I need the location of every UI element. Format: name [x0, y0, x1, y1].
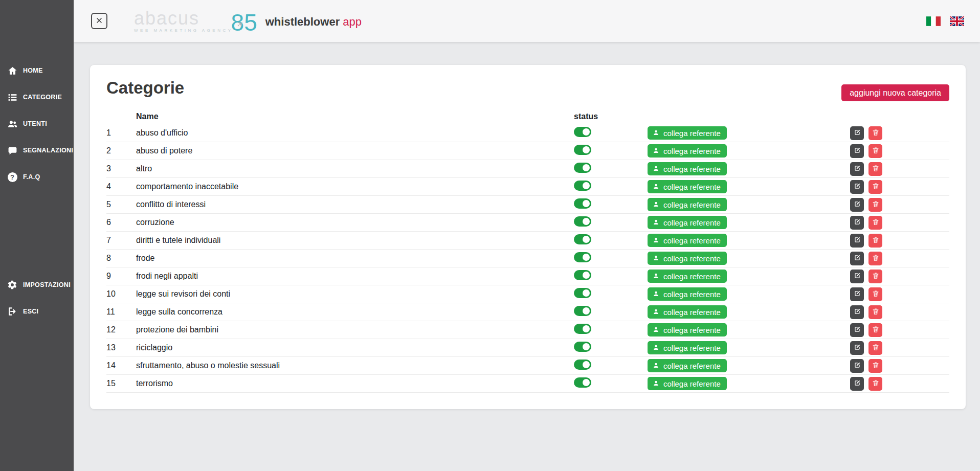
collega-referente-button[interactable]: collega referente [648, 234, 727, 247]
close-sidebar-button[interactable] [91, 13, 107, 29]
status-toggle[interactable] [574, 377, 591, 388]
collega-referente-button[interactable]: collega referente [648, 377, 727, 390]
row-name: protezione dei bambini [136, 325, 574, 334]
sidebar-item-faq[interactable]: ? F.A.Q [0, 164, 74, 190]
collega-referente-button[interactable]: collega referente [648, 323, 727, 337]
collega-referente-button[interactable]: collega referente [648, 359, 727, 372]
delete-button[interactable] [868, 216, 882, 230]
status-toggle[interactable] [574, 360, 591, 370]
collega-referente-button[interactable]: collega referente [648, 180, 727, 193]
status-toggle[interactable] [574, 252, 591, 262]
edit-button[interactable] [850, 198, 864, 212]
edit-button[interactable] [850, 126, 864, 140]
edit-button[interactable] [850, 287, 864, 301]
status-toggle[interactable] [574, 270, 591, 280]
status-toggle[interactable] [574, 288, 591, 298]
edit-button[interactable] [850, 234, 864, 248]
sidebar-item-impostazioni[interactable]: IMPOSTAZIONI [0, 272, 74, 298]
edit-icon [854, 165, 861, 173]
list-icon [7, 92, 18, 103]
collega-referente-button[interactable]: collega referente [648, 270, 727, 283]
delete-button[interactable] [868, 144, 882, 158]
delete-button[interactable] [868, 270, 882, 283]
collega-referente-button[interactable]: collega referente [648, 305, 727, 319]
status-toggle[interactable] [574, 324, 591, 334]
table-row: 14 sfruttamento, abuso o molestie sessua… [106, 357, 949, 375]
collega-referente-label: collega referente [663, 254, 721, 263]
delete-button[interactable] [868, 162, 882, 176]
app-title-suffix: app [343, 15, 362, 28]
status-toggle[interactable] [574, 234, 591, 244]
delete-button[interactable] [868, 252, 882, 265]
collega-referente-button[interactable]: collega referente [648, 287, 727, 301]
row-index: 10 [106, 289, 136, 299]
logout-icon [7, 306, 18, 317]
status-toggle[interactable] [574, 306, 591, 316]
edit-button[interactable] [850, 270, 864, 283]
sidebar-item-label: SEGNALAZIONI [23, 147, 73, 154]
person-icon [653, 272, 659, 281]
row-name: sfruttamento, abuso o molestie sessuali [136, 361, 574, 370]
uk-flag-icon[interactable] [950, 16, 964, 26]
row-name: frodi negli appalti [136, 272, 574, 281]
row-name: comportamento inaccetabile [136, 182, 574, 191]
row-index: 13 [106, 343, 136, 352]
delete-button[interactable] [868, 234, 882, 248]
sidebar-item-utenti[interactable]: UTENTI [0, 110, 74, 137]
trash-icon [872, 129, 879, 138]
delete-button[interactable] [868, 126, 882, 140]
edit-button[interactable] [850, 305, 864, 319]
collega-referente-label: collega referente [663, 129, 721, 138]
collega-referente-button[interactable]: collega referente [648, 162, 727, 175]
edit-icon [854, 254, 861, 263]
delete-button[interactable] [868, 323, 882, 337]
edit-button[interactable] [850, 323, 864, 337]
status-toggle[interactable] [574, 181, 591, 191]
status-toggle[interactable] [574, 198, 591, 209]
delete-button[interactable] [868, 377, 882, 391]
sidebar-item-segnalazioni[interactable]: SEGNALAZIONI [0, 137, 74, 164]
row-name: diritti e tutele individuali [136, 236, 574, 245]
status-toggle[interactable] [574, 216, 591, 227]
sidebar-item-esci[interactable]: ESCI [0, 298, 74, 325]
collega-referente-button[interactable]: collega referente [648, 126, 727, 140]
sidebar-item-home[interactable]: HOME [0, 57, 74, 84]
edit-button[interactable] [850, 216, 864, 230]
collega-referente-button[interactable]: collega referente [648, 216, 727, 229]
edit-icon [854, 236, 861, 245]
delete-button[interactable] [868, 180, 882, 194]
edit-button[interactable] [850, 377, 864, 391]
edit-button[interactable] [850, 341, 864, 355]
sidebar-item-categorie[interactable]: CATEGORIE [0, 84, 74, 110]
italian-flag-icon[interactable] [926, 16, 941, 26]
delete-button[interactable] [868, 305, 882, 319]
collega-referente-button[interactable]: collega referente [648, 144, 727, 158]
status-toggle[interactable] [574, 127, 591, 137]
edit-button[interactable] [850, 359, 864, 373]
table-row: 8 frode collega referente [106, 250, 949, 267]
edit-button[interactable] [850, 180, 864, 194]
collega-referente-button[interactable]: collega referente [648, 252, 727, 265]
row-name: legge sui revisori dei conti [136, 289, 574, 299]
card-header: Categorie aggiungi nuova categoria [106, 78, 949, 109]
status-toggle[interactable] [574, 163, 591, 173]
edit-button[interactable] [850, 162, 864, 176]
collega-referente-label: collega referente [663, 344, 721, 352]
delete-button[interactable] [868, 287, 882, 301]
collega-referente-button[interactable]: collega referente [648, 341, 727, 354]
edit-icon [854, 147, 861, 155]
delete-button[interactable] [868, 198, 882, 212]
table-header-row: Name status [106, 109, 949, 124]
person-icon [653, 129, 659, 138]
status-toggle[interactable] [574, 342, 591, 352]
status-toggle[interactable] [574, 145, 591, 155]
trash-icon [872, 218, 879, 227]
add-category-button[interactable]: aggiungi nuova categoria [841, 84, 949, 101]
delete-button[interactable] [868, 341, 882, 355]
app-title: whistleblower [265, 15, 340, 28]
users-icon [7, 118, 18, 129]
collega-referente-button[interactable]: collega referente [648, 198, 727, 211]
delete-button[interactable] [868, 359, 882, 373]
edit-button[interactable] [850, 252, 864, 265]
edit-button[interactable] [850, 144, 864, 158]
